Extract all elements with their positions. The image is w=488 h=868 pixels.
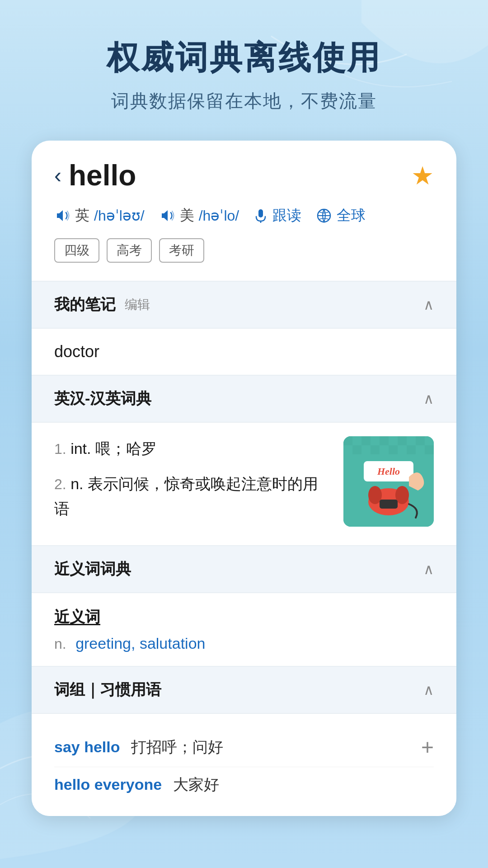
- global-label: 全球: [337, 206, 366, 226]
- dict-section-header[interactable]: 英汉-汉英词典 ∧: [32, 376, 456, 422]
- phrase-1-cn: 打招呼；问好: [131, 738, 223, 755]
- pronunciation-row: 英 /həˈləʊ/ 美 /həˈlo/: [54, 206, 434, 226]
- phrases-content: say hello 打招呼；问好 + hello everyone 大家好: [32, 714, 456, 816]
- us-speaker-icon: [159, 208, 175, 224]
- svg-rect-5: [343, 436, 352, 445]
- svg-rect-12: [407, 445, 416, 454]
- microphone-icon: [253, 208, 268, 223]
- phrase-1-en[interactable]: say hello: [54, 738, 120, 755]
- synonym-section-label: 近义词: [54, 607, 434, 627]
- notes-section-header[interactable]: 我的笔记 编辑 ∧: [32, 282, 456, 328]
- synonym-words: greeting, salutation: [75, 635, 205, 652]
- def-pos-2: n.: [70, 475, 83, 492]
- def-pos-1: int.: [70, 440, 91, 457]
- dictionary-card: ‹ hello ★ 英 /həˈləʊ/: [32, 141, 456, 816]
- notes-chevron-icon: ∧: [423, 296, 434, 313]
- phrase-2-en[interactable]: hello everyone: [54, 776, 162, 793]
- tag-cet4: 四级: [54, 238, 99, 263]
- us-ipa: /həˈlo/: [199, 207, 239, 224]
- svg-rect-13: [416, 436, 425, 445]
- phrases-title: 词组｜习惯用语: [54, 679, 161, 700]
- svg-rect-6: [352, 445, 361, 454]
- definition-2: 2. n. 表示问候，惊奇或唤起注意时的用语: [54, 472, 330, 521]
- word-display: hello: [69, 159, 136, 192]
- phrase-2-content: hello everyone 大家好: [54, 774, 219, 795]
- phrase-row-2: hello everyone 大家好: [54, 767, 434, 802]
- svg-rect-8: [371, 445, 380, 454]
- svg-rect-9: [380, 436, 389, 445]
- notes-edit-button[interactable]: 编辑: [125, 296, 150, 313]
- synonym-pos: n.: [54, 636, 66, 652]
- us-pronunciation[interactable]: 美 /həˈlo/: [159, 206, 239, 226]
- uk-ipa: /həˈləʊ/: [94, 207, 145, 224]
- synonyms-title: 近义词词典: [54, 559, 131, 580]
- dictionary-content: 1. int. 喂；哈罗 2. n. 表示问候，惊奇或唤起注意时的用语: [32, 423, 456, 545]
- notes-title: 我的笔记: [54, 294, 116, 315]
- us-label: 美: [180, 206, 194, 226]
- hello-illustration: Hello: [343, 436, 434, 527]
- phrase-1-add-button[interactable]: +: [421, 735, 434, 760]
- tag-kaoyan: 考研: [159, 238, 204, 263]
- app-title: 权威词典离线使用: [107, 36, 381, 80]
- follow-read-label: 跟读: [272, 206, 301, 226]
- word-tags: 四级 高考 考研: [54, 238, 434, 263]
- def-number-2: 2.: [54, 476, 66, 492]
- svg-rect-11: [398, 436, 407, 445]
- synonyms-section-header[interactable]: 近义词词典 ∧: [32, 546, 456, 592]
- tag-gaokao: 高考: [107, 238, 152, 263]
- svg-rect-14: [425, 445, 434, 454]
- uk-pronunciation[interactable]: 英 /həˈləʊ/: [54, 206, 145, 226]
- def-number-1: 1.: [54, 441, 66, 457]
- phrases-section-header[interactable]: 词组｜习惯用语 ∧: [32, 667, 456, 713]
- app-header: 权威词典离线使用 词典数据保留在本地，不费流量: [80, 36, 408, 113]
- svg-rect-0: [258, 209, 263, 217]
- synonyms-chevron-icon: ∧: [423, 561, 434, 578]
- app-subtitle: 词典数据保留在本地，不费流量: [107, 89, 381, 113]
- uk-label: 英: [75, 206, 89, 226]
- phrases-chevron-icon: ∧: [423, 681, 434, 698]
- dict-chevron-icon: ∧: [423, 390, 434, 407]
- definitions-list: 1. int. 喂；哈罗 2. n. 表示问候，惊奇或唤起注意时的用语: [54, 436, 330, 532]
- svg-rect-10: [389, 445, 398, 454]
- definition-1: 1. int. 喂；哈罗: [54, 436, 330, 461]
- synonym-row: n. greeting, salutation: [54, 635, 434, 652]
- favorite-star-icon[interactable]: ★: [411, 161, 434, 190]
- phrase-1-content: say hello 打招呼；问好: [54, 737, 223, 758]
- notes-content: doctor: [32, 329, 456, 375]
- phrase-row-1: say hello 打招呼；问好 +: [54, 727, 434, 767]
- synonyms-content: 近义词 n. greeting, salutation: [32, 593, 456, 666]
- svg-text:Hello: Hello: [377, 466, 400, 477]
- phrase-2-cn: 大家好: [173, 776, 219, 793]
- dict-title: 英汉-汉英词典: [54, 388, 151, 409]
- word-header: ‹ hello ★ 英 /həˈləʊ/: [32, 141, 456, 281]
- follow-read-button[interactable]: 跟读: [253, 206, 301, 226]
- uk-speaker-icon: [54, 208, 70, 224]
- back-button[interactable]: ‹: [54, 165, 61, 186]
- global-icon: [316, 208, 332, 224]
- global-button[interactable]: 全球: [316, 206, 366, 226]
- def-text-2: 表示问候，惊奇或唤起注意时的用语: [54, 475, 318, 517]
- def-text-1: 喂；哈罗: [95, 440, 157, 457]
- note-text: doctor: [54, 342, 99, 361]
- svg-rect-7: [361, 436, 371, 445]
- svg-rect-20: [380, 500, 398, 509]
